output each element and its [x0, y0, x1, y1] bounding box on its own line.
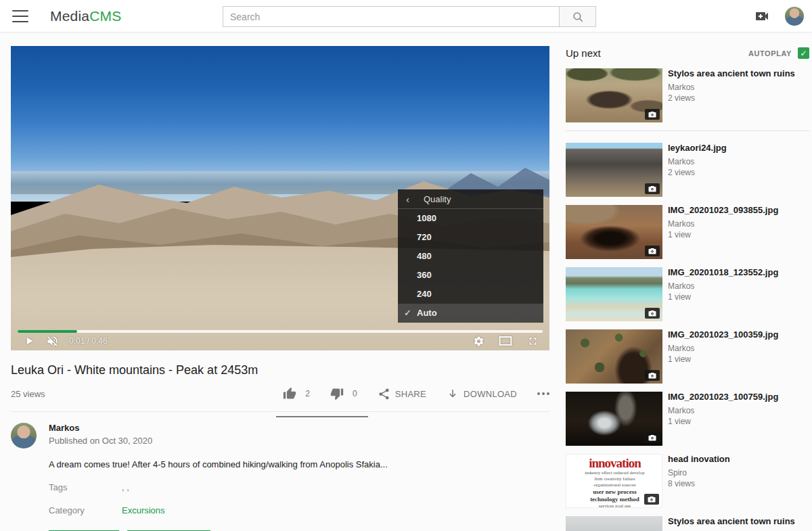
- logo[interactable]: MediaCMS: [50, 8, 121, 24]
- publish-date: Published on Oct 30, 2020: [49, 436, 152, 446]
- autoplay-label: AUTOPLAY: [748, 49, 792, 57]
- main-column: 0:01 / 0:46: [11, 46, 549, 531]
- item-title: IMG_20201023_100359.jpg: [668, 329, 805, 340]
- quality-option-label: 240: [417, 289, 432, 299]
- up-next-item[interactable]: Stylos area ancient town ruins Markos 2 …: [566, 68, 809, 131]
- tags-list: [122, 482, 129, 492]
- more-options-icon[interactable]: [537, 392, 549, 395]
- share-icon: [378, 388, 390, 400]
- quality-menu-title: Quality: [424, 194, 451, 204]
- quality-menu-back[interactable]: ‹ Quality: [398, 189, 543, 209]
- category-row: Category Excursions: [49, 505, 549, 515]
- time-display: 0:01 / 0:46: [69, 336, 108, 346]
- video-description: A dream comes true! After 4-5 hours of c…: [49, 459, 428, 469]
- mute-button[interactable]: [45, 333, 60, 348]
- media-thumbnail: innovation industry effect reduced devel…: [566, 454, 662, 508]
- category-label: Category: [49, 505, 122, 515]
- search-button[interactable]: [559, 6, 596, 27]
- item-views: 1 view: [668, 417, 805, 426]
- play-icon: [24, 336, 35, 346]
- logo-text-media: Media: [50, 8, 89, 24]
- media-thumbnail: [566, 205, 662, 259]
- category-link[interactable]: Excursions: [122, 505, 165, 515]
- photo-type-badge: [645, 109, 660, 120]
- media-thumbnail: [566, 516, 662, 531]
- item-views: 1 view: [668, 354, 805, 364]
- progress-bar[interactable]: [18, 330, 543, 333]
- item-author: Markos: [668, 344, 805, 353]
- photo-type-badge: [645, 183, 660, 194]
- theater-icon: [499, 336, 512, 346]
- video-meta-row: 25 views 2 0 SHARE: [11, 382, 549, 412]
- camera-icon: [648, 185, 656, 192]
- up-next-item[interactable]: IMG_20201018_123552.jpg Markos 1 view: [566, 267, 809, 321]
- menu-icon[interactable]: [12, 10, 28, 22]
- camera-icon: [648, 434, 656, 441]
- up-next-item[interactable]: IMG_20201023_093855.jpg Markos 1 view: [566, 205, 809, 259]
- media-thumbnail: [566, 392, 662, 446]
- up-next-sidebar: Up next AUTOPLAY ✓: [566, 47, 809, 531]
- search-icon: [572, 11, 584, 23]
- dislike-count: 0: [353, 389, 357, 398]
- view-count: 25 views: [11, 389, 45, 399]
- search-bar: [223, 6, 596, 27]
- search-input[interactable]: [223, 6, 559, 27]
- item-title: Stylos area ancient town ruins: [668, 516, 805, 527]
- item-title: IMG_20201023_093855.jpg: [668, 205, 805, 216]
- media-thumbnail: [566, 267, 662, 321]
- download-button[interactable]: DOWNLOAD: [447, 388, 517, 400]
- tags-label: Tags: [49, 482, 122, 492]
- like-count: 2: [305, 389, 310, 398]
- author-avatar[interactable]: [11, 423, 37, 448]
- item-views: 2 views: [668, 168, 805, 177]
- tag-link[interactable]: [127, 482, 129, 492]
- item-title: leykaori24.jpg: [668, 143, 805, 154]
- quality-option-label: 1080: [417, 213, 436, 223]
- quality-option[interactable]: ✓ 480: [398, 247, 543, 266]
- top-navbar: MediaCMS: [0, 0, 812, 32]
- like-button[interactable]: 2: [283, 387, 310, 400]
- theater-mode-button[interactable]: [498, 333, 513, 348]
- item-views: 1 view: [668, 230, 805, 239]
- author-section: Markos Published on Oct 30, 2020: [11, 423, 549, 448]
- item-author: Markos: [668, 281, 805, 291]
- autoplay-checkbox[interactable]: ✓: [798, 47, 809, 59]
- quality-option[interactable]: ✓ Auto: [398, 304, 543, 323]
- share-button[interactable]: SHARE: [378, 388, 426, 400]
- autoplay-control: AUTOPLAY ✓: [748, 47, 809, 59]
- tags-row: Tags: [49, 482, 549, 492]
- upload-media-icon[interactable]: [754, 8, 770, 24]
- photo-type-badge: [645, 246, 660, 256]
- quality-menu: ‹ Quality ✓ 1080 ✓ 720 ✓ 480 ✓ 360: [398, 189, 543, 323]
- item-author: Markos: [668, 157, 805, 166]
- up-next-item[interactable]: IMG_20201023_100359.jpg Markos 1 view: [566, 329, 809, 384]
- item-views: 2 views: [668, 93, 805, 103]
- logo-text-cms: CMS: [89, 8, 121, 24]
- settings-button[interactable]: [471, 333, 486, 348]
- up-next-item[interactable]: IMG_20201023_100759.jpg Markos 1 view: [566, 392, 809, 446]
- progress-played: [18, 330, 77, 333]
- up-next-item[interactable]: Stylos area ancient town ruins: [566, 516, 809, 531]
- quality-option[interactable]: ✓ 720: [398, 228, 543, 247]
- play-button[interactable]: [22, 333, 37, 348]
- video-player[interactable]: 0:01 / 0:46: [11, 46, 549, 350]
- item-author: Markos: [668, 83, 805, 92]
- item-author: Markos: [668, 406, 805, 415]
- up-next-item[interactable]: innovation industry effect reduced devel…: [566, 454, 809, 508]
- quality-option[interactable]: ✓ 240: [398, 285, 543, 304]
- player-controls: 0:01 / 0:46: [11, 319, 549, 350]
- quality-option-label: 480: [417, 251, 432, 261]
- up-next-item[interactable]: leykaori24.jpg Markos 2 views: [566, 143, 809, 197]
- author-name[interactable]: Markos: [49, 423, 152, 433]
- user-avatar[interactable]: [785, 7, 804, 26]
- media-thumbnail: [566, 68, 662, 122]
- quality-option[interactable]: ✓ 1080: [398, 209, 543, 228]
- item-views: 1 view: [668, 292, 805, 302]
- up-next-title: Up next: [566, 47, 601, 59]
- download-icon: [447, 388, 459, 400]
- dislike-button[interactable]: 0: [330, 387, 357, 400]
- item-title: Stylos area ancient town ruins: [668, 68, 805, 79]
- camera-icon: [648, 496, 656, 503]
- quality-option[interactable]: ✓ 360: [398, 266, 543, 285]
- fullscreen-button[interactable]: [525, 333, 540, 348]
